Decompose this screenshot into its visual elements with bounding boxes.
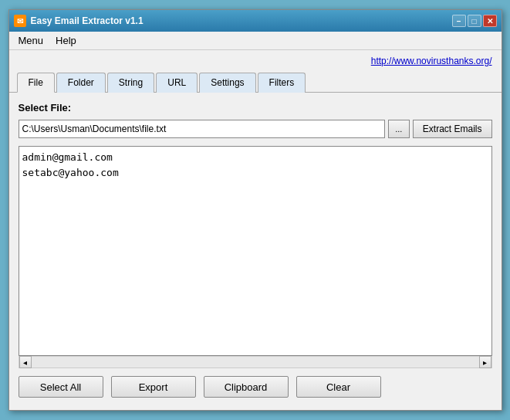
title-bar-left: ✉ Easy Email Extractor v1.1	[14, 15, 144, 27]
select-all-button[interactable]: Select All	[19, 376, 103, 398]
browse-button[interactable]: ...	[388, 120, 410, 138]
tab-url[interactable]: URL	[156, 73, 198, 93]
close-button[interactable]: ✕	[483, 15, 497, 27]
extract-emails-button[interactable]: Extract Emails	[413, 120, 492, 138]
menu-item-menu[interactable]: Menu	[12, 33, 50, 48]
tab-folder[interactable]: Folder	[56, 73, 106, 93]
bottom-buttons: Select All Export Clipboard Clear	[19, 368, 492, 401]
link-bar: http://www.novirusthanks.org/	[9, 50, 502, 72]
scroll-track[interactable]	[32, 357, 479, 368]
main-content: Select File: ... Extract Emails admin@gm…	[9, 93, 502, 410]
tab-string[interactable]: String	[107, 73, 154, 93]
tab-filters[interactable]: Filters	[258, 73, 306, 93]
select-file-label: Select File:	[19, 102, 492, 113]
minimize-button[interactable]: –	[452, 15, 466, 27]
window-title: Easy Email Extractor v1.1	[31, 15, 144, 26]
file-path-input[interactable]	[19, 120, 385, 138]
tab-settings[interactable]: Settings	[199, 73, 255, 93]
scroll-left-button[interactable]: ◂	[19, 356, 32, 368]
app-icon: ✉	[14, 15, 26, 27]
horizontal-scrollbar[interactable]: ◂ ▸	[19, 356, 492, 368]
results-area[interactable]: admin@gmail.com setabc@yahoo.com	[19, 146, 492, 356]
tab-file[interactable]: File	[17, 73, 55, 93]
export-button[interactable]: Export	[111, 376, 196, 398]
scroll-right-button[interactable]: ▸	[479, 356, 491, 368]
results-text: admin@gmail.com setabc@yahoo.com	[22, 150, 488, 180]
menu-bar: Menu Help	[9, 32, 502, 50]
title-bar-controls: – □ ✕	[452, 15, 497, 27]
main-window: ✉ Easy Email Extractor v1.1 – □ ✕ Menu H…	[8, 9, 502, 411]
website-link[interactable]: http://www.novirusthanks.org/	[371, 56, 492, 66]
menu-item-help[interactable]: Help	[49, 33, 83, 48]
clipboard-button[interactable]: Clipboard	[204, 376, 289, 398]
tab-bar: File Folder String URL Settings Filters	[9, 72, 502, 93]
clear-button[interactable]: Clear	[296, 376, 381, 398]
file-row: ... Extract Emails	[19, 120, 492, 138]
maximize-button[interactable]: □	[468, 15, 481, 27]
title-bar: ✉ Easy Email Extractor v1.1 – □ ✕	[9, 10, 502, 32]
